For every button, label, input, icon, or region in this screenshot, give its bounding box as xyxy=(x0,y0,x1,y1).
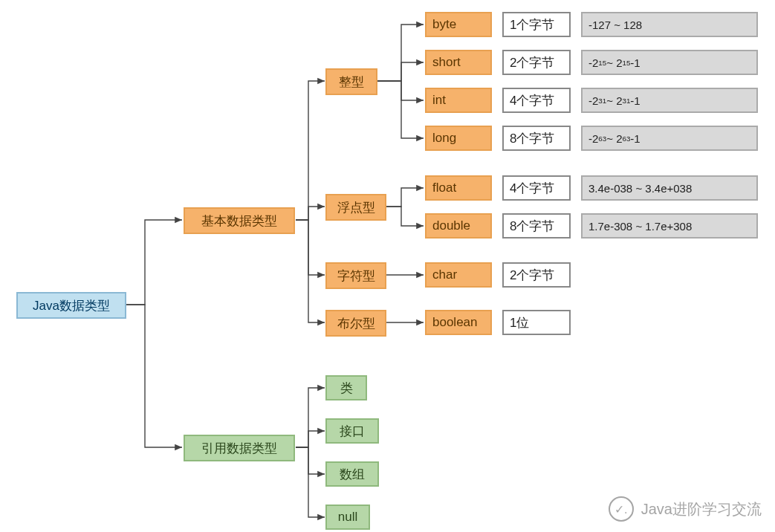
size-double: 8个字节 xyxy=(502,213,571,239)
connector-lines xyxy=(0,0,775,532)
range-long: -263 ~ 263-1 xyxy=(581,126,758,151)
node-int: int xyxy=(425,88,492,113)
range-byte: -127 ~ 128 xyxy=(581,12,758,37)
node-long: long xyxy=(425,126,492,151)
node-integer: 整型 xyxy=(325,68,377,95)
size-long: 8个字节 xyxy=(502,126,571,151)
node-array: 数组 xyxy=(325,461,379,487)
node-double: double xyxy=(425,213,492,239)
range-short: -215 ~ 215-1 xyxy=(581,50,758,75)
node-basic-types: 基本数据类型 xyxy=(184,207,295,234)
node-null: null xyxy=(325,505,370,530)
range-double: 1.7e-308 ~ 1.7e+308 xyxy=(581,213,758,239)
node-interface: 接口 xyxy=(325,418,379,444)
node-char: char xyxy=(425,262,492,288)
node-float: float xyxy=(425,175,492,201)
size-char: 2个字节 xyxy=(502,262,571,288)
root-java-data-types: Java数据类型 xyxy=(16,292,126,319)
node-byte: byte xyxy=(425,12,492,37)
node-char-group: 字符型 xyxy=(325,262,386,289)
wechat-icon: ✓. xyxy=(609,496,634,522)
range-int: -231 ~ 231-1 xyxy=(581,88,758,113)
size-boolean: 1位 xyxy=(502,310,571,335)
node-reference-types: 引用数据类型 xyxy=(184,435,295,461)
node-float-group: 浮点型 xyxy=(325,194,386,221)
size-int: 4个字节 xyxy=(502,88,571,113)
node-boolean: boolean xyxy=(425,310,492,335)
size-byte: 1个字节 xyxy=(502,12,571,37)
size-short: 2个字节 xyxy=(502,50,571,75)
watermark-text: Java进阶学习交流 xyxy=(641,499,762,519)
size-float: 4个字节 xyxy=(502,175,571,201)
node-class: 类 xyxy=(325,375,367,400)
watermark: ✓. Java进阶学习交流 xyxy=(609,496,762,522)
node-bool-group: 布尔型 xyxy=(325,310,386,337)
node-short: short xyxy=(425,50,492,75)
range-float: 3.4e-038 ~ 3.4e+038 xyxy=(581,175,758,201)
